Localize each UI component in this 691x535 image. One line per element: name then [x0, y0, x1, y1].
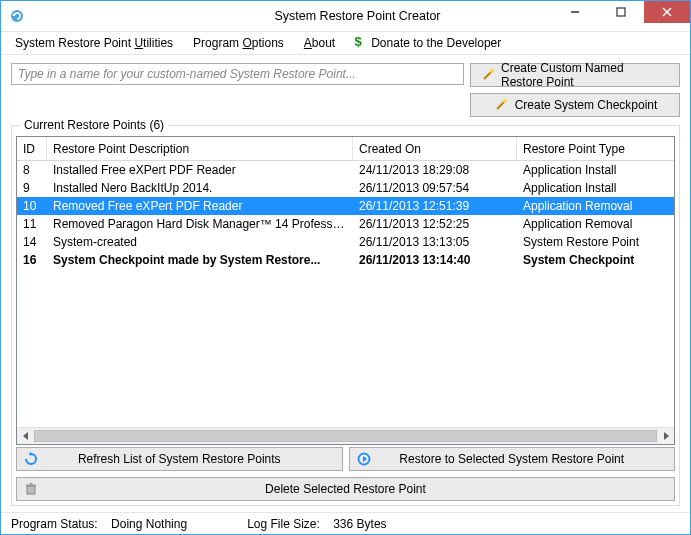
cell: 26/11/2013 13:14:40 [353, 253, 517, 267]
app-icon [9, 8, 25, 24]
svg-marker-12 [664, 432, 669, 440]
create-checkpoint-label: Create System Checkpoint [515, 98, 658, 112]
table-row[interactable]: 16System Checkpoint made by System Resto… [17, 251, 674, 269]
table-header: ID Restore Point Description Created On … [17, 137, 674, 161]
col-type[interactable]: Restore Point Type [517, 137, 674, 160]
dollar-icon: $ [351, 35, 365, 52]
cell: System Checkpoint [517, 253, 674, 267]
cell: Installed Free eXPert PDF Reader [47, 163, 353, 177]
refresh-button[interactable]: Refresh List of System Restore Points [16, 447, 343, 471]
restore-point-name-input[interactable] [11, 63, 464, 85]
program-status: Program Status: Doing Nothing [11, 517, 187, 531]
create-named-label: Create Custom Named Restore Point [501, 61, 669, 89]
cell: 16 [17, 253, 47, 267]
cell: 14 [17, 235, 47, 249]
cell: 10 [17, 199, 47, 213]
svg-marker-11 [23, 432, 28, 440]
svg-marker-15 [363, 456, 367, 462]
col-id[interactable]: ID [17, 137, 47, 160]
menubar: System Restore Point Utilities Program O… [1, 31, 690, 55]
svg-rect-3 [617, 8, 625, 16]
close-button[interactable] [644, 1, 690, 23]
restore-label: Restore to Selected System Restore Point [399, 452, 624, 466]
table-row[interactable]: 9Installed Nero BackItUp 2014.26/11/2013… [17, 179, 674, 197]
cell: Application Removal [517, 217, 674, 231]
cell: 11 [17, 217, 47, 231]
table-row[interactable]: 11Removed Paragon Hard Disk Manager™ 14 … [17, 215, 674, 233]
menu-utilities[interactable]: System Restore Point Utilities [7, 34, 181, 52]
restore-button[interactable]: Restore to Selected System Restore Point [349, 447, 676, 471]
log-file-size: Log File Size: 336 Bytes [247, 517, 386, 531]
cell: Installed Nero BackItUp 2014. [47, 181, 353, 195]
cell: 8 [17, 163, 47, 177]
titlebar: System Restore Point Creator [1, 1, 690, 31]
table-body: 8Installed Free eXPert PDF Reader24/11/2… [17, 161, 674, 427]
svg-marker-13 [29, 452, 32, 456]
maximize-button[interactable] [598, 1, 644, 23]
minimize-button[interactable] [552, 1, 598, 23]
refresh-icon [23, 451, 39, 467]
cell: System-created [47, 235, 353, 249]
cell: Removed Paragon Hard Disk Manager™ 14 Pr… [47, 217, 353, 231]
cell: 24/11/2013 18:29:08 [353, 163, 517, 177]
restore-points-group: Current Restore Points (6) ID Restore Po… [11, 125, 680, 506]
cell: Application Removal [517, 199, 674, 213]
cell: 26/11/2013 12:52:25 [353, 217, 517, 231]
statusbar: Program Status: Doing Nothing Log File S… [1, 512, 690, 534]
menu-about[interactable]: About [296, 34, 343, 52]
bottom-buttons: Refresh List of System Restore Points Re… [16, 445, 675, 501]
svg-rect-17 [26, 485, 36, 487]
cell: 26/11/2013 13:13:05 [353, 235, 517, 249]
table-row[interactable]: 10Removed Free eXPert PDF Reader26/11/20… [17, 197, 674, 215]
scroll-track[interactable] [34, 428, 657, 445]
top-right-buttons: Create Custom Named Restore Point Create… [470, 63, 680, 117]
log-size-value: 336 Bytes [333, 517, 386, 531]
col-created[interactable]: Created On [353, 137, 517, 160]
create-named-button[interactable]: Create Custom Named Restore Point [470, 63, 680, 87]
svg-rect-18 [30, 483, 33, 485]
refresh-label: Refresh List of System Restore Points [78, 452, 281, 466]
restore-icon [356, 451, 372, 467]
svg-rect-16 [27, 486, 35, 494]
program-status-label: Program Status: [11, 517, 98, 531]
group-title: Current Restore Points (6) [20, 118, 168, 132]
menu-options[interactable]: Program Options [185, 34, 292, 52]
create-checkpoint-button[interactable]: Create System Checkpoint [470, 93, 680, 117]
cell: 26/11/2013 09:57:54 [353, 181, 517, 195]
program-status-value: Doing Nothing [111, 517, 187, 531]
cell: Removed Free eXPert PDF Reader [47, 199, 353, 213]
cell: 9 [17, 181, 47, 195]
log-size-label: Log File Size: [247, 517, 320, 531]
delete-button[interactable]: Delete Selected Restore Point [16, 477, 675, 501]
cell: Application Install [517, 181, 674, 195]
scroll-thumb[interactable] [34, 430, 657, 442]
table-row[interactable]: 8Installed Free eXPert PDF Reader24/11/2… [17, 161, 674, 179]
cell: Application Install [517, 163, 674, 177]
window-controls [552, 1, 690, 23]
app-window: System Restore Point Creator System Rest… [0, 0, 691, 535]
cell: System Checkpoint made by System Restore… [47, 253, 353, 267]
wand-icon [493, 97, 509, 113]
top-row: Create Custom Named Restore Point Create… [11, 63, 680, 117]
cell: System Restore Point [517, 235, 674, 249]
scroll-left-icon[interactable] [17, 428, 34, 445]
content-area: Create Custom Named Restore Point Create… [1, 55, 690, 512]
restore-points-table[interactable]: ID Restore Point Description Created On … [16, 136, 675, 445]
svg-text:$: $ [355, 35, 363, 49]
col-desc[interactable]: Restore Point Description [47, 137, 353, 160]
scroll-right-icon[interactable] [657, 428, 674, 445]
table-row[interactable]: 14System-created26/11/2013 13:13:05Syste… [17, 233, 674, 251]
trash-icon [23, 481, 39, 497]
horizontal-scrollbar[interactable] [17, 427, 674, 444]
cell: 26/11/2013 12:51:39 [353, 199, 517, 213]
menu-donate[interactable]: Donate to the Developer [371, 34, 509, 52]
wand-icon [481, 67, 495, 83]
svg-point-0 [11, 10, 23, 22]
delete-label: Delete Selected Restore Point [265, 482, 426, 496]
